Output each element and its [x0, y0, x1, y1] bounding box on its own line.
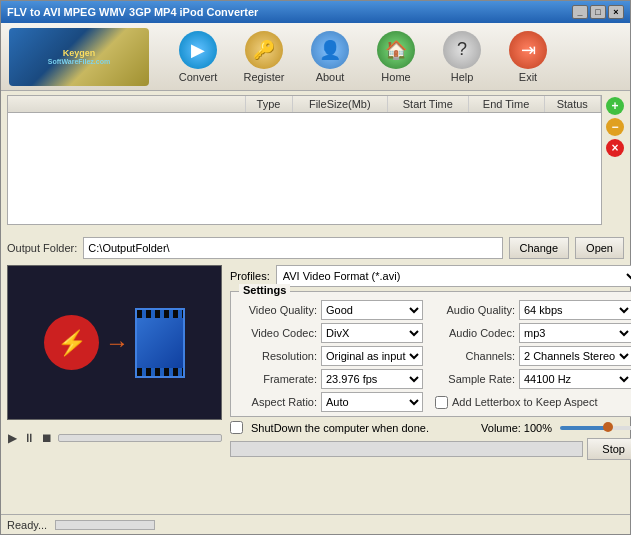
- video-quality-select[interactable]: Good: [321, 300, 423, 320]
- audio-quality-row: Audio Quality: 64 kbps: [435, 300, 631, 320]
- preview-column: ⚡ → ▶ ⏸ ⏹: [7, 265, 222, 510]
- framerate-row: Framerate: 23.976 fps: [237, 369, 423, 389]
- shutdown-checkbox[interactable]: [230, 421, 243, 434]
- settings-grid: Video Quality: Good Audio Quality: 64 kb…: [237, 300, 631, 412]
- change-folder-button[interactable]: Change: [509, 237, 570, 259]
- file-list-wrapper: Type FileSize(Mb) Start Time End Time St…: [7, 95, 624, 231]
- file-table-container: Type FileSize(Mb) Start Time End Time St…: [7, 95, 602, 225]
- exit-label: Exit: [519, 71, 537, 83]
- exit-button[interactable]: ⇥ Exit: [503, 31, 553, 83]
- convert-button[interactable]: ▶ Convert: [173, 31, 223, 83]
- volume-slider[interactable]: [560, 426, 631, 430]
- letterbox-label: Add Letterbox to Keep Aspect: [452, 396, 598, 408]
- preview-content: ⚡ →: [44, 308, 185, 378]
- letterbox-checkbox[interactable]: [435, 396, 448, 409]
- video-codec-label: Video Codec:: [237, 327, 317, 339]
- arrow-icon: →: [105, 329, 129, 357]
- film-strip: [135, 308, 185, 378]
- output-folder-label: Output Folder:: [7, 242, 77, 254]
- letterbox-row: Add Letterbox to Keep Aspect: [435, 392, 631, 412]
- sample-rate-select[interactable]: 44100 Hz: [519, 369, 631, 389]
- play-button[interactable]: ▶: [7, 430, 18, 446]
- home-label: Home: [381, 71, 410, 83]
- about-icon: 👤: [311, 31, 349, 69]
- register-icon: 🔑: [245, 31, 283, 69]
- video-codec-row: Video Codec: DivX: [237, 323, 423, 343]
- col-type: Type: [245, 96, 292, 113]
- playback-progress[interactable]: [58, 434, 222, 442]
- minimize-button[interactable]: _: [572, 5, 588, 19]
- flash-icon: ⚡: [44, 315, 99, 370]
- playback-controls: ▶ ⏸ ⏹: [7, 430, 222, 446]
- app-logo: Keygen SoftWareFilez.com: [9, 28, 149, 86]
- title-bar-buttons: _ □ ×: [572, 5, 624, 19]
- col-filename: [8, 96, 245, 113]
- settings-legend: Settings: [239, 284, 290, 296]
- main-window: FLV to AVI MPEG WMV 3GP MP4 iPod Convert…: [0, 0, 631, 535]
- bottom-controls: ShutDown the computer when done. Volume:…: [230, 421, 631, 434]
- framerate-select[interactable]: 23.976 fps: [321, 369, 423, 389]
- video-quality-row: Video Quality: Good: [237, 300, 423, 320]
- film-strip-top: [137, 310, 183, 318]
- aspect-ratio-select[interactable]: Auto: [321, 392, 423, 412]
- framerate-label: Framerate:: [237, 373, 317, 385]
- toolbar: Keygen SoftWareFilez.com ▶ Convert 🔑 Reg…: [1, 23, 630, 91]
- exit-icon: ⇥: [509, 31, 547, 69]
- audio-codec-select[interactable]: mp3: [519, 323, 631, 343]
- conversion-progress-bar: [230, 441, 583, 457]
- status-footer: Ready...: [1, 514, 630, 534]
- resolution-row: Resolution: Original as input: [237, 346, 423, 366]
- resolution-label: Resolution:: [237, 350, 317, 362]
- open-folder-button[interactable]: Open: [575, 237, 624, 259]
- output-folder-input[interactable]: [83, 237, 502, 259]
- stop-button[interactable]: Stop: [587, 438, 631, 460]
- pause-button[interactable]: ⏸: [22, 430, 36, 446]
- logo-line1: Keygen: [48, 48, 110, 58]
- output-folder-row: Output Folder: Change Open: [7, 237, 624, 259]
- status-text: Ready...: [7, 519, 47, 531]
- delete-file-button[interactable]: ×: [606, 139, 624, 157]
- profiles-label: Profiles:: [230, 270, 270, 282]
- help-label: Help: [451, 71, 474, 83]
- resolution-select[interactable]: Original as input: [321, 346, 423, 366]
- sample-rate-label: Sample Rate:: [435, 373, 515, 385]
- audio-quality-select[interactable]: 64 kbps: [519, 300, 631, 320]
- main-content: Type FileSize(Mb) Start Time End Time St…: [1, 91, 630, 514]
- film-strip-bottom: [137, 368, 183, 376]
- channels-select[interactable]: 2 Channels Stereo: [519, 346, 631, 366]
- profiles-select[interactable]: AVI Video Format (*.avi): [276, 265, 631, 287]
- status-bar-wrapper: Stop: [230, 438, 631, 460]
- volume-thumb: [603, 422, 613, 432]
- video-codec-select[interactable]: DivX: [321, 323, 423, 343]
- close-button[interactable]: ×: [608, 5, 624, 19]
- window-title: FLV to AVI MPEG WMV 3GP MP4 iPod Convert…: [7, 6, 258, 18]
- convert-icon: ▶: [179, 31, 217, 69]
- home-icon: 🏠: [377, 31, 415, 69]
- bottom-section: ⚡ → ▶ ⏸ ⏹: [7, 265, 624, 510]
- audio-codec-row: Audio Codec: mp3: [435, 323, 631, 343]
- aspect-ratio-row: Aspect Ratio: Auto: [237, 392, 423, 412]
- help-icon: ?: [443, 31, 481, 69]
- toolbar-buttons: ▶ Convert 🔑 Register 👤 About 🏠 Home ? He…: [173, 31, 553, 83]
- col-filesize: FileSize(Mb): [292, 96, 387, 113]
- stop-playback-button[interactable]: ⏹: [40, 430, 54, 446]
- help-button[interactable]: ? Help: [437, 31, 487, 83]
- col-endtime: End Time: [468, 96, 544, 113]
- maximize-button[interactable]: □: [590, 5, 606, 19]
- settings-group: Settings Video Quality: Good Audio Quali…: [230, 291, 631, 417]
- register-button[interactable]: 🔑 Register: [239, 31, 289, 83]
- channels-row: Channels: 2 Channels Stereo: [435, 346, 631, 366]
- status-mini-bar: [55, 520, 155, 530]
- volume-label: Volume: 100%: [481, 422, 552, 434]
- preview-area: ⚡ →: [7, 265, 222, 420]
- remove-file-button[interactable]: −: [606, 118, 624, 136]
- col-starttime: Start Time: [388, 96, 469, 113]
- audio-quality-label: Audio Quality:: [435, 304, 515, 316]
- about-button[interactable]: 👤 About: [305, 31, 355, 83]
- home-button[interactable]: 🏠 Home: [371, 31, 421, 83]
- film-main: [137, 318, 183, 368]
- logo-line2: SoftWareFilez.com: [48, 58, 110, 65]
- title-bar: FLV to AVI MPEG WMV 3GP MP4 iPod Convert…: [1, 1, 630, 23]
- col-status: Status: [544, 96, 600, 113]
- add-file-button[interactable]: +: [606, 97, 624, 115]
